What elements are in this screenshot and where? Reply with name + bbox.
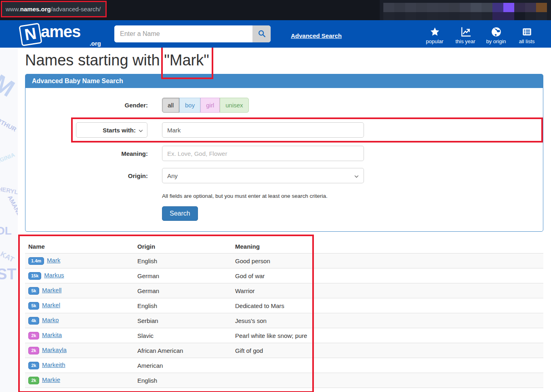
gender-unisex-button[interactable]: unisex xyxy=(220,98,248,113)
popularity-badge: 5k xyxy=(28,287,39,295)
watermark-word: ST xyxy=(0,266,17,283)
pixel-square xyxy=(503,3,514,12)
search-type-select[interactable]: Starts with: xyxy=(76,122,147,138)
table-row: 2kMarkeithAmerican xyxy=(25,358,543,373)
title-highlight: "Mark" xyxy=(164,52,209,69)
pixel-square xyxy=(471,12,482,20)
table-row: 2kMarkitaSlavicPearl white like snow; pu… xyxy=(25,328,543,343)
origin-cell: English xyxy=(134,373,232,388)
pixel-square xyxy=(405,12,416,20)
watermark-word: AMANDA xyxy=(6,194,18,221)
table-row: 2kMarkaylaAfrican AmericanGift of god xyxy=(25,343,543,358)
pixel-square xyxy=(471,3,482,12)
name-cell: 2kMarkeith xyxy=(25,358,134,373)
name-cell: 2kMarkanthony xyxy=(25,388,134,392)
advanced-search-link[interactable]: Advanced Search xyxy=(291,32,342,39)
nav-item-label: popular xyxy=(420,38,449,44)
search-icon xyxy=(257,29,266,39)
name-cell: 2kMarkie xyxy=(25,373,134,388)
gender-girl-button[interactable]: girl xyxy=(200,98,220,113)
popularity-badge: 2k xyxy=(28,362,39,369)
origin-cell: Serbian xyxy=(134,313,232,328)
name-link[interactable]: Markeith xyxy=(42,361,65,368)
gender-boy-button[interactable]: boy xyxy=(179,98,200,113)
main-content: Names starting with "Mark" Advanced Baby… xyxy=(18,48,551,392)
origin-cell: English xyxy=(134,254,232,268)
pixel-square xyxy=(416,3,427,12)
column-header-meaning: Meaning xyxy=(232,240,543,254)
nav-item-this-year[interactable]: this year xyxy=(451,27,480,44)
browser-toolbar-pixelated xyxy=(380,0,551,20)
search-submit-button[interactable]: Search xyxy=(162,206,198,221)
results-table: Name Origin Meaning 1.4mMarkEnglishGood … xyxy=(25,240,543,392)
logo-n-mark: N xyxy=(19,23,42,46)
chevron-down-icon xyxy=(139,127,143,134)
pixel-square xyxy=(460,3,471,12)
gender-label: Gender: xyxy=(25,102,162,109)
table-row: 5kMarkelEnglishDedicated to Mars xyxy=(25,298,543,313)
name-link[interactable]: Markell xyxy=(42,287,61,293)
origin-label: Origin: xyxy=(25,172,162,179)
pixel-square xyxy=(405,3,416,12)
site-header: Names .org Advanced Search popular xyxy=(0,20,551,48)
name-link[interactable]: Markita xyxy=(42,331,62,338)
pixel-square xyxy=(416,12,427,20)
name-link[interactable]: Markayla xyxy=(42,346,67,353)
name-cell: 4kMarko xyxy=(25,313,134,328)
table-row: 15kMarkusGermanGod of war xyxy=(25,268,543,283)
table-row: 2kMarkanthonyEnglishSon of God xyxy=(25,388,543,392)
nav-item-popular[interactable]: popular xyxy=(420,27,449,44)
header-search-button[interactable] xyxy=(252,25,271,42)
popularity-badge: 4k xyxy=(28,317,39,325)
pixel-square xyxy=(460,12,471,20)
names-org-logo[interactable]: Names .org xyxy=(20,23,85,46)
watermark-word: VIRGINIA xyxy=(0,151,16,167)
starts-with-highlight-box: Starts with: xyxy=(71,117,543,143)
watermark-word: KAT xyxy=(0,250,16,264)
panel-body: Gender: all boy girl unisex Starts with: xyxy=(25,88,543,231)
name-cell: 2kMarkayla xyxy=(25,343,134,358)
gender-all-button[interactable]: all xyxy=(162,98,179,113)
popularity-badge: 2k xyxy=(28,347,39,354)
meaning-cell: Pearl white like snow; pure xyxy=(232,328,543,343)
origin-select[interactable]: Any xyxy=(162,168,364,183)
header-search-input[interactable] xyxy=(114,25,252,42)
meaning-cell: Dedicated to Mars xyxy=(232,298,543,313)
pixel-square xyxy=(525,12,536,20)
starts-with-input[interactable] xyxy=(162,122,364,138)
name-link[interactable]: Mark xyxy=(47,257,60,264)
meaning-input[interactable] xyxy=(162,146,364,161)
popularity-badge: 5k xyxy=(28,302,39,310)
name-link[interactable]: Markie xyxy=(42,376,60,383)
chevron-down-icon xyxy=(354,172,359,179)
gender-row: Gender: all boy girl unisex xyxy=(25,98,543,113)
nav-item-label: all lists xyxy=(512,38,541,44)
nav-items: popular this year by origin xyxy=(420,27,541,44)
origin-selected-value: Any xyxy=(167,172,178,179)
meaning-cell xyxy=(232,373,543,388)
origin-cell: English xyxy=(134,298,232,313)
origin-cell: English xyxy=(134,388,232,392)
origin-cell: German xyxy=(134,268,232,283)
url-path: /advanced-search/ xyxy=(51,6,101,13)
popularity-badge: 2k xyxy=(28,332,39,340)
name-link[interactable]: Marko xyxy=(42,317,59,323)
table-row: 1.4mMarkEnglishGood person xyxy=(25,254,543,268)
origin-cell: African American xyxy=(134,343,232,358)
name-link[interactable]: Markel xyxy=(42,302,60,308)
name-link[interactable]: Markus xyxy=(44,272,64,279)
watermark-word: ARTHUR xyxy=(0,115,18,133)
nav-item-label: by origin xyxy=(482,38,511,44)
panel-header: Advanced Baby Name Search xyxy=(25,74,543,88)
address-bar[interactable]: www.names.org/advanced-search/ xyxy=(1,1,107,17)
star-icon xyxy=(420,27,449,37)
url-domain: names.org xyxy=(20,6,51,13)
table-row: 2kMarkieEnglish xyxy=(25,373,543,388)
pixel-square xyxy=(536,12,547,20)
nav-item-by-origin[interactable]: by origin xyxy=(482,27,511,44)
meaning-cell: God of war xyxy=(232,268,543,283)
table-header-row: Name Origin Meaning xyxy=(25,240,543,254)
advanced-search-panel: Advanced Baby Name Search Gender: all bo… xyxy=(25,74,543,232)
nav-item-all-lists[interactable]: all lists xyxy=(512,27,541,44)
pixel-square xyxy=(492,12,503,20)
